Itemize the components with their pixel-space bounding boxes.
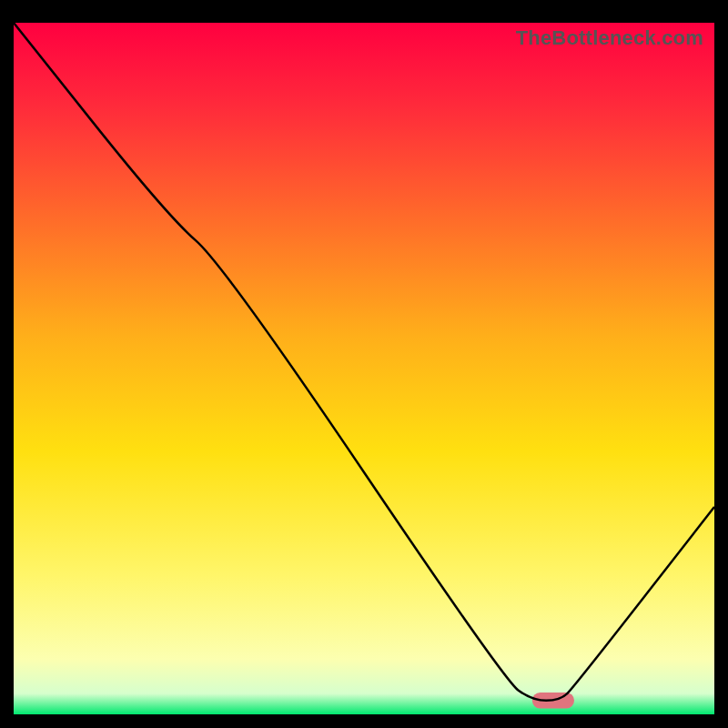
- chart-plot-area: [14, 23, 714, 714]
- chart-gradient-background: [14, 23, 714, 714]
- chart-frame: TheBottleneck.com: [14, 23, 714, 714]
- chart-svg: [14, 23, 714, 714]
- watermark-text: TheBottleneck.com: [516, 26, 703, 50]
